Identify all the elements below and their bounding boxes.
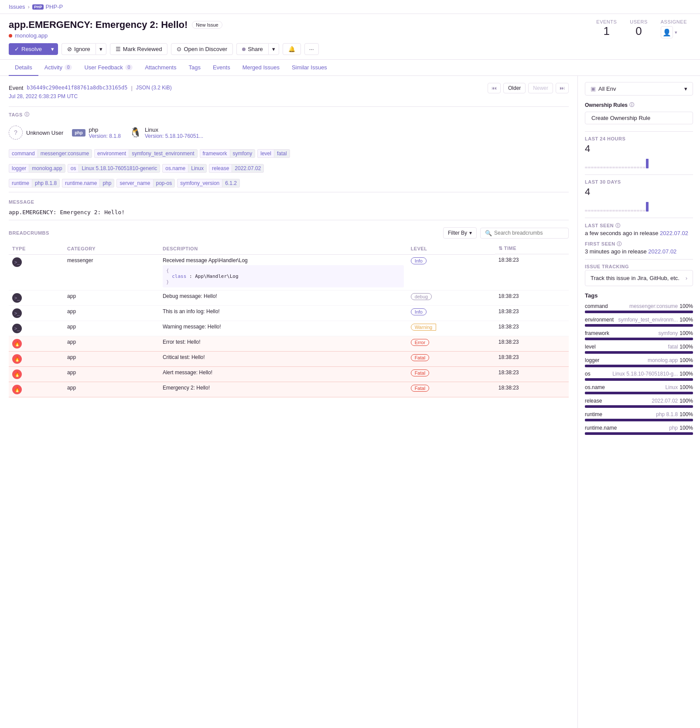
discover-icon: ⊙: [177, 46, 181, 52]
events-value: 1: [596, 24, 617, 38]
stat-users: USERS 0: [630, 19, 647, 38]
row-category: app: [64, 366, 159, 382]
row-type: 🔥: [9, 336, 64, 351]
right-tag-runtimename: runtime.namephp 100%: [585, 425, 693, 435]
ownership-title-text: Ownership Rules: [585, 102, 628, 108]
bar-item: [606, 210, 609, 212]
tab-details[interactable]: Details: [9, 60, 38, 76]
fire-icon: 🔥: [12, 354, 22, 364]
env-chevron-icon: ▾: [684, 85, 687, 92]
bar-item: [637, 210, 639, 212]
tab-events[interactable]: Events: [207, 60, 236, 76]
right-tag-framework: frameworksymfony 100%: [585, 330, 693, 340]
share-split-btn: Share ▾: [236, 43, 279, 55]
row-level: Warning: [407, 321, 495, 336]
tags-title: TAGS ⓘ: [9, 111, 569, 118]
event-json-link[interactable]: JSON (3.2 KiB): [136, 85, 172, 91]
row-time: 18:38:23: [495, 254, 569, 290]
row-type: 🔥: [9, 366, 64, 382]
breadcrumb-issues[interactable]: Issues: [9, 3, 25, 10]
row-description: Debug message: Hello!: [159, 290, 407, 305]
event-label: Event: [9, 85, 23, 91]
row-category: app: [64, 382, 159, 397]
assignee-chevron[interactable]: ▾: [675, 30, 677, 35]
mark-reviewed-button[interactable]: ☰ Mark Reviewed: [110, 43, 168, 55]
row-time: 18:38:23: [495, 336, 569, 351]
right-tag-runtime: runtimephp 8.1.8 100%: [585, 411, 693, 421]
notifications-button[interactable]: 🔔: [283, 43, 301, 55]
row-category: app: [64, 305, 159, 321]
fire-icon: 🔥: [12, 385, 22, 394]
issue-tracking-button[interactable]: Track this issue in Jira, GitHub, etc. ›: [585, 270, 693, 286]
share-dropdown[interactable]: ▾: [268, 43, 279, 55]
tab-attachments[interactable]: Attachments: [139, 60, 182, 76]
linux-icon: 🐧: [130, 127, 141, 138]
event-hash-link[interactable]: b36449c290ee41f88761a8dbc33165d5: [27, 85, 127, 91]
ownership-section: Ownership Rules ⓘ Create Ownership Rule: [585, 102, 693, 124]
bar-item: [625, 210, 627, 212]
event-last-btn[interactable]: ⏭: [556, 83, 569, 93]
php-info: php Version: 8.1.8: [89, 126, 121, 139]
breadcrumb-nav: Issues › PHP PHP-P: [0, 0, 700, 14]
event-older-btn[interactable]: Older: [503, 83, 526, 93]
tab-tags[interactable]: Tags: [182, 60, 206, 76]
col-category: CATEGORY: [64, 243, 159, 254]
row-category: app: [64, 321, 159, 336]
breadcrumbs-header-row: TYPE CATEGORY DESCRIPTION LEVEL ⇅ TIME: [9, 243, 569, 254]
bar-item: [618, 210, 621, 212]
open-discover-button[interactable]: ⊙ Open in Discover: [171, 43, 233, 55]
bar-item: [634, 167, 636, 168]
tab-similar-issues[interactable]: Similar Issues: [286, 60, 333, 76]
more-button[interactable]: ···: [304, 43, 319, 55]
create-ownership-rule-button[interactable]: Create Ownership Rule: [585, 112, 693, 124]
resolve-dropdown[interactable]: ▾: [47, 43, 58, 55]
bar-item: [588, 210, 591, 212]
filter-by-button[interactable]: Filter By ▾: [443, 227, 477, 239]
event-newer-btn[interactable]: Newer: [528, 83, 553, 93]
resolve-label: Resolve: [21, 46, 42, 52]
col-time: ⇅ TIME: [495, 243, 569, 254]
tab-user-feedback[interactable]: User Feedback 0: [78, 60, 139, 76]
tag-bar: [585, 378, 693, 381]
env-selector[interactable]: ▣ All Env ▾: [585, 82, 693, 96]
tab-merged-issues[interactable]: Merged Issues: [236, 60, 286, 76]
right-divider-3: [585, 218, 693, 218]
tag-php: php php Version: 8.1.8: [72, 126, 121, 139]
tag-pills-2: loggermonolog.app osLinux 5.18.10-760518…: [9, 164, 569, 173]
row-category: messenger: [64, 254, 159, 290]
new-issue-badge: New Issue: [192, 21, 222, 29]
share-button[interactable]: Share: [236, 43, 268, 55]
tag-bar: [585, 432, 693, 435]
ignore-dropdown[interactable]: ▾: [96, 43, 106, 55]
table-row: 🔥 app Alert message: Hello! Fatal 18:38:…: [9, 366, 569, 382]
tags-info-icon[interactable]: ⓘ: [24, 111, 30, 118]
tab-activity[interactable]: Activity 0: [38, 60, 79, 76]
events-label: EVENTS: [596, 19, 617, 24]
issue-header: app.EMERGENCY: Emergency 2: Hello! New I…: [0, 14, 700, 39]
table-row: 🔥 app Emergency 2: Hello! Fatal 18:38:23: [9, 382, 569, 397]
tracking-text: Track this issue in Jira, GitHub, etc.: [591, 275, 680, 281]
row-category: app: [64, 336, 159, 351]
env-selector-label: ▣ All Env: [591, 85, 616, 92]
resolve-button[interactable]: ✓ Resolve: [9, 43, 47, 55]
first-seen-info-icon[interactable]: ⓘ: [617, 241, 622, 246]
ignore-button[interactable]: ⊘ Ignore: [61, 43, 96, 55]
linux-version: Version: 5.18.10-76051...: [145, 133, 203, 139]
table-row: >_ app Debug message: Hello! debug 18:38…: [9, 290, 569, 305]
last-seen-info-icon[interactable]: ⓘ: [615, 223, 621, 228]
row-description: Critical test: Hello!: [159, 351, 407, 366]
bar-item: [612, 167, 615, 168]
filter-label: Filter By: [448, 230, 467, 236]
first-seen-release-link[interactable]: 2022.07.02: [648, 248, 676, 255]
assignee-icon[interactable]: 👤: [661, 26, 673, 38]
row-level: Fatal: [407, 351, 495, 366]
linux-info: Linux Version: 5.18.10-76051...: [145, 126, 203, 139]
bar-item: [640, 210, 642, 212]
last-seen-section: LAST SEEN ⓘ a few seconds ago in release…: [585, 222, 693, 236]
ownership-info-icon[interactable]: ⓘ: [629, 102, 634, 108]
message-title: MESSAGE: [9, 199, 569, 205]
event-first-btn[interactable]: ⏮: [488, 83, 501, 93]
search-input[interactable]: [494, 230, 564, 236]
last-seen-release-link[interactable]: 2022.07.02: [660, 230, 688, 236]
row-type: >_: [9, 290, 64, 305]
